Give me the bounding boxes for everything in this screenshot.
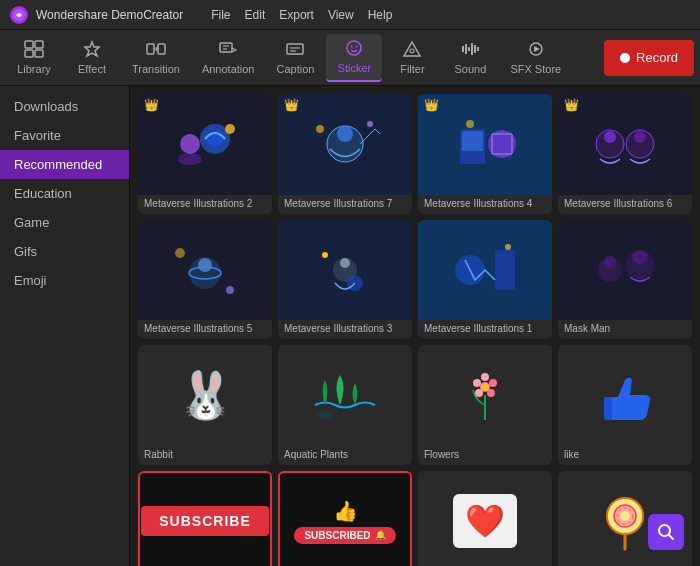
- sticker-label: Aquatic Plants: [278, 446, 412, 465]
- svg-point-51: [226, 286, 234, 294]
- sticker-love[interactable]: ❤️ Love: [418, 471, 552, 567]
- toolbar-sfx[interactable]: SFX Store: [500, 34, 571, 82]
- sidebar-item-education[interactable]: Education: [0, 179, 129, 208]
- svg-point-30: [225, 124, 235, 134]
- toolbar-annotation[interactable]: Annotation: [192, 34, 265, 82]
- title-bar: Wondershare DemoCreator File Edit Export…: [0, 0, 700, 30]
- toolbar-sticker[interactable]: Sticker: [326, 34, 382, 82]
- toolbar-sound[interactable]: Sound: [442, 34, 498, 82]
- sticker-aquatic[interactable]: Aquatic Plants: [278, 345, 412, 465]
- svg-point-60: [505, 244, 511, 250]
- sidebar: Downloads Favorite Recommended Education…: [0, 86, 130, 566]
- svg-rect-3: [25, 50, 33, 57]
- app-icon: [10, 6, 28, 24]
- toolbar-transition[interactable]: Transition: [122, 34, 190, 82]
- sticker-grid: 👑 Metaverse Illustrations 2: [138, 94, 692, 566]
- toolbar-effect-label: Effect: [78, 63, 106, 75]
- svg-point-43: [604, 131, 616, 143]
- sidebar-item-favorite[interactable]: Favorite: [0, 121, 129, 150]
- svg-point-56: [322, 252, 328, 258]
- svg-rect-5: [147, 44, 154, 54]
- svg-point-45: [634, 131, 646, 143]
- sidebar-item-downloads[interactable]: Downloads: [0, 92, 129, 121]
- sticker-label: Metaverse Illustrations 3: [278, 320, 412, 339]
- svg-point-33: [337, 126, 353, 142]
- svg-point-63: [633, 250, 647, 264]
- sticker-icon: [344, 39, 364, 60]
- record-button[interactable]: Record: [604, 40, 694, 76]
- svg-rect-78: [604, 397, 612, 420]
- search-button[interactable]: [648, 514, 684, 550]
- app-name: Wondershare DemoCreator: [36, 8, 183, 22]
- svg-rect-1: [25, 41, 33, 48]
- svg-line-86: [669, 535, 674, 540]
- menu-file[interactable]: File: [211, 8, 230, 22]
- svg-rect-10: [287, 44, 303, 54]
- sticker-label: Metaverse Illustrations 5: [138, 320, 272, 339]
- transition-icon: [146, 40, 166, 61]
- crown-badge: 👑: [284, 98, 299, 112]
- menu-export[interactable]: Export: [279, 8, 314, 22]
- sidebar-item-recommended[interactable]: Recommended: [0, 150, 129, 179]
- sticker-metaverse2[interactable]: 👑 Metaverse Illustrations 2: [138, 94, 272, 214]
- svg-point-48: [198, 258, 212, 272]
- svg-point-82: [620, 511, 630, 521]
- sticker-subscribed01[interactable]: SUBSCRIBE Subscribed01: [138, 471, 272, 567]
- toolbar-filter-label: Filter: [400, 63, 424, 75]
- toolbar-caption[interactable]: Caption: [267, 34, 325, 82]
- sidebar-item-game[interactable]: Game: [0, 208, 129, 237]
- svg-rect-61: [580, 235, 670, 305]
- sticker-metaverse1[interactable]: Metaverse Illustrations 1: [418, 220, 552, 340]
- sticker-label: Flowers: [418, 446, 552, 465]
- annotation-icon: [218, 40, 238, 61]
- svg-rect-58: [495, 250, 515, 290]
- svg-point-71: [481, 373, 489, 381]
- sticker-label: Metaverse Illustrations 1: [418, 320, 552, 339]
- svg-point-35: [367, 121, 373, 127]
- menu-edit[interactable]: Edit: [245, 8, 266, 22]
- sticker-metaverse7[interactable]: 👑 Metaverse Illustrations 7: [278, 94, 412, 214]
- toolbar-library-label: Library: [17, 63, 51, 75]
- toolbar-filter[interactable]: Filter: [384, 34, 440, 82]
- toolbar-effect[interactable]: Effect: [64, 34, 120, 82]
- sticker-label: Metaverse Illustrations 6: [558, 195, 692, 214]
- sidebar-item-emoji[interactable]: Emoji: [0, 266, 129, 295]
- sticker-metaverse4[interactable]: 👑 Metaverse Illustrations 4: [418, 94, 552, 214]
- svg-point-15: [356, 46, 358, 48]
- record-dot: [620, 53, 630, 63]
- toolbar-sticker-label: Sticker: [338, 62, 372, 74]
- svg-point-67: [317, 411, 333, 419]
- sticker-subscribed02[interactable]: 👍 SUBSCRIBED 🔔 Subscribed02: [278, 471, 412, 567]
- sticker-metaverse6[interactable]: 👑 Metaverse Illustrations 6: [558, 94, 692, 214]
- toolbar-library[interactable]: Library: [6, 34, 62, 82]
- menu-help[interactable]: Help: [368, 8, 393, 22]
- sticker-content: 👑 Metaverse Illustrations 2: [130, 86, 700, 566]
- sticker-metaverse5[interactable]: Metaverse Illustrations 5: [138, 220, 272, 340]
- sticker-rabbit[interactable]: 🐰 Rabbit: [138, 345, 272, 465]
- svg-point-26: [178, 153, 202, 165]
- toolbar-transition-label: Transition: [132, 63, 180, 75]
- main-content: Downloads Favorite Recommended Education…: [0, 86, 700, 566]
- subscribe-button-img: SUBSCRIBE: [141, 506, 268, 536]
- toolbar-sfx-label: SFX Store: [510, 63, 561, 75]
- sticker-mask-man[interactable]: Mask Man: [558, 220, 692, 340]
- svg-point-54: [340, 258, 350, 268]
- crown-badge: 👑: [424, 98, 439, 112]
- svg-point-50: [175, 248, 185, 258]
- sticker-label: Mask Man: [558, 320, 692, 339]
- sound-icon: [460, 40, 480, 61]
- sidebar-item-gifs[interactable]: Gifs: [0, 237, 129, 266]
- toolbar: Library Effect Transition: [0, 30, 700, 86]
- svg-rect-41: [580, 109, 670, 179]
- sticker-metaverse3[interactable]: Metaverse Illustrations 3: [278, 220, 412, 340]
- svg-point-75: [487, 389, 495, 397]
- sticker-flowers[interactable]: Flowers: [418, 345, 552, 465]
- sticker-like[interactable]: like: [558, 345, 692, 465]
- toolbar-caption-label: Caption: [277, 63, 315, 75]
- crown-badge: 👑: [564, 98, 579, 112]
- sticker-label: Metaverse Illustrations 2: [138, 195, 272, 214]
- sticker-label: Metaverse Illustrations 7: [278, 195, 412, 214]
- sfx-icon: [526, 40, 546, 61]
- menu-view[interactable]: View: [328, 8, 354, 22]
- svg-point-34: [316, 125, 324, 133]
